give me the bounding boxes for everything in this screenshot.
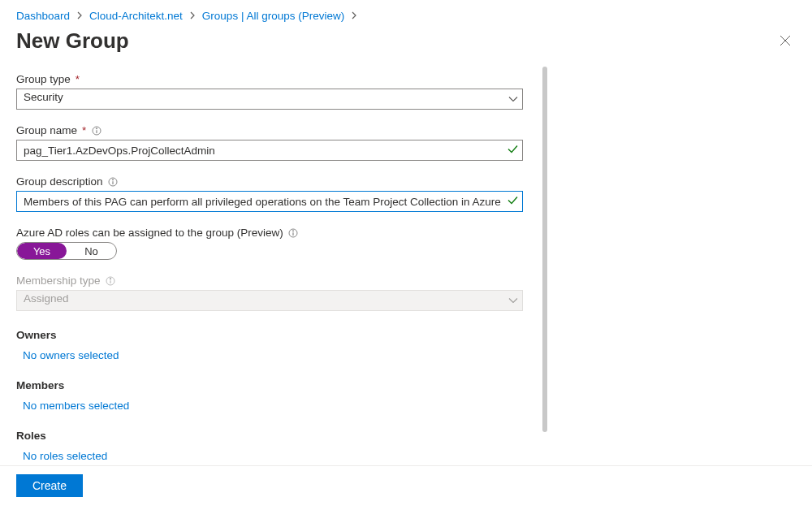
breadcrumb-item-groups[interactable]: Groups | All groups (Preview) (202, 10, 344, 22)
info-icon[interactable] (108, 176, 119, 187)
group-description-input[interactable] (16, 191, 523, 212)
info-icon[interactable] (288, 227, 299, 238)
required-indicator: * (82, 124, 86, 136)
svg-point-8 (293, 230, 294, 231)
page-title: New Group (16, 28, 129, 54)
chevron-right-icon (351, 10, 357, 22)
roles-label: Roles (16, 430, 540, 442)
membership-type-select: Assigned (16, 290, 523, 311)
members-label: Members (16, 379, 540, 391)
close-icon (780, 35, 791, 49)
chevron-right-icon (189, 10, 196, 22)
scrollbar-thumb[interactable] (542, 67, 547, 432)
group-description-label: Group description (16, 175, 540, 188)
info-icon[interactable] (106, 275, 116, 286)
membership-type-label: Membership type (16, 274, 540, 287)
breadcrumb-item-dashboard[interactable]: Dashboard (16, 10, 70, 22)
chevron-right-icon (76, 10, 83, 22)
group-name-input[interactable] (16, 140, 523, 161)
owners-label: Owners (16, 329, 540, 341)
aad-roles-label: Azure AD roles can be assigned to the gr… (16, 227, 540, 239)
group-name-label: Group name * (16, 124, 540, 136)
group-type-label: Group type * (16, 73, 540, 85)
svg-point-5 (112, 179, 113, 179)
svg-point-11 (110, 278, 110, 279)
aad-roles-toggle[interactable]: Yes No (16, 242, 117, 260)
breadcrumb: Dashboard Cloud-Architekt.net Groups | A… (16, 10, 796, 22)
toggle-option-yes[interactable]: Yes (17, 243, 67, 259)
owners-link[interactable]: No owners selected (16, 349, 540, 361)
members-link[interactable]: No members selected (16, 400, 540, 412)
required-indicator: * (76, 73, 80, 85)
svg-point-2 (96, 128, 97, 128)
group-type-select[interactable]: Security (16, 89, 523, 110)
footer: Create (0, 465, 812, 510)
info-icon[interactable] (91, 125, 102, 136)
form-panel: Group type * Security Group name * (16, 73, 540, 462)
breadcrumb-item-tenant[interactable]: Cloud-Architekt.net (89, 10, 183, 22)
toggle-option-no[interactable]: No (67, 243, 116, 259)
create-button[interactable]: Create (16, 474, 83, 497)
close-button[interactable] (775, 30, 796, 53)
roles-link[interactable]: No roles selected (16, 450, 540, 462)
scrollbar[interactable] (542, 67, 547, 440)
